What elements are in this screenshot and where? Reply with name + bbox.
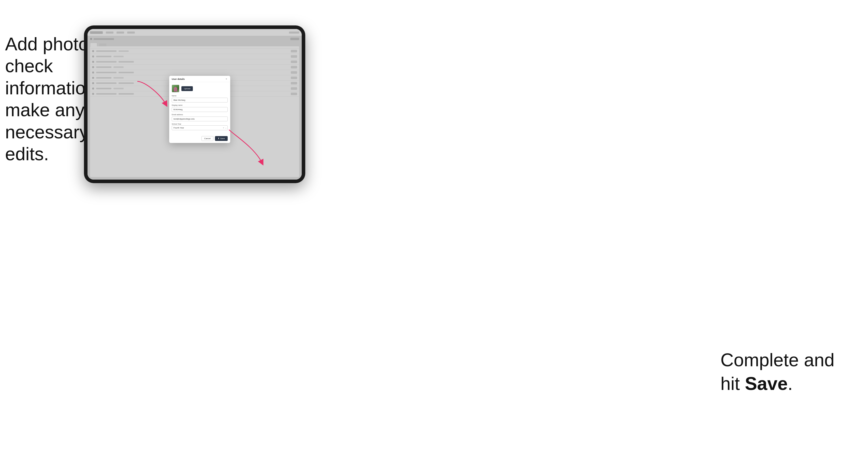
annotation-right-bold: Save xyxy=(745,373,787,394)
modal-footer: Cancel ⬆ Save xyxy=(169,134,230,143)
select-clear-icon[interactable]: × xyxy=(223,127,224,129)
user-photo xyxy=(172,85,179,92)
cancel-button[interactable]: Cancel xyxy=(202,136,213,141)
photo-section: Upload xyxy=(172,85,228,92)
name-field-group: Name xyxy=(172,95,228,102)
modal-title: User details xyxy=(172,78,185,81)
photo-person-silhouette xyxy=(174,87,177,92)
school-year-label: School Year xyxy=(172,123,228,125)
email-field-group: Email address xyxy=(172,114,228,121)
name-input[interactable] xyxy=(172,98,228,102)
upload-button[interactable]: Upload xyxy=(181,86,193,91)
display-name-input[interactable] xyxy=(172,107,228,112)
save-button[interactable]: ⬆ Save xyxy=(215,136,228,141)
chevron-down-icon: ⌄ xyxy=(225,127,227,129)
name-label: Name xyxy=(172,95,228,97)
modal-header: User details × xyxy=(169,76,230,82)
annotation-right: Complete and hit Save. xyxy=(720,348,853,396)
modal-body: Upload Name Display name Email addre xyxy=(169,82,230,134)
close-icon[interactable]: × xyxy=(225,78,228,81)
user-details-modal: User details × Upload Name xyxy=(169,76,230,143)
tablet-screen: User details × Upload Name xyxy=(88,29,302,180)
tablet-frame: User details × Upload Name xyxy=(84,25,305,183)
modal-overlay: User details × Upload Name xyxy=(88,29,302,180)
save-label: Save xyxy=(220,137,225,139)
email-label: Email address xyxy=(172,114,228,116)
display-name-field-group: Display name xyxy=(172,104,228,112)
display-name-label: Display name xyxy=(172,104,228,106)
school-year-select-wrapper: × ⌄ xyxy=(172,125,228,130)
email-input[interactable] xyxy=(172,117,228,121)
school-year-field-group: School Year × ⌄ xyxy=(172,123,228,130)
school-year-input[interactable] xyxy=(172,125,228,130)
save-icon: ⬆ xyxy=(218,137,220,139)
annotation-right-end: . xyxy=(787,373,793,394)
